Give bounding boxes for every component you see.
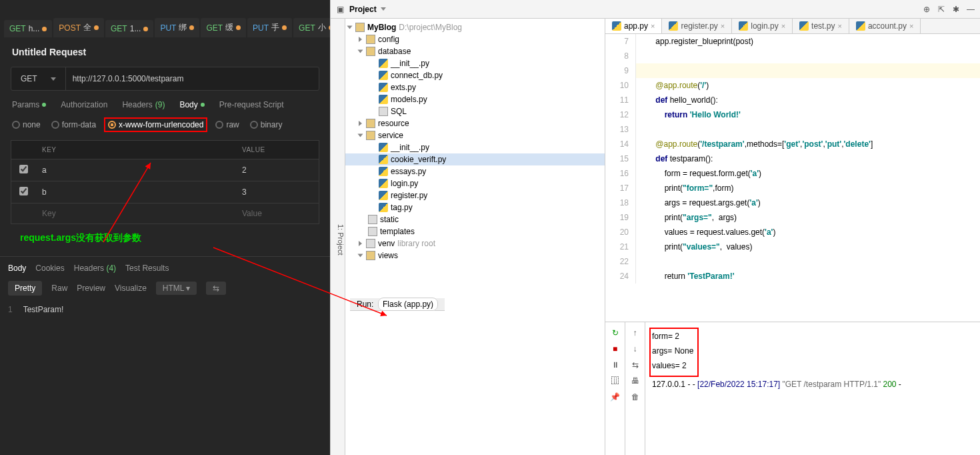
chevron-down-icon[interactable]: [381, 7, 386, 11]
tree-node[interactable]: venv library root: [345, 238, 605, 250]
tree-node[interactable]: exts.py: [345, 81, 605, 93]
kv-row[interactable]: a2: [11, 159, 319, 181]
kv-check[interactable]: [19, 187, 28, 195]
down-icon[interactable]: ↓: [630, 344, 641, 354]
kv-check[interactable]: [19, 165, 28, 173]
tab-headers[interactable]: Headers (9): [122, 100, 165, 109]
body-type-radios: none form-data x-www-form-urlencoded raw…: [0, 116, 330, 140]
kv-row[interactable]: b3: [11, 181, 319, 203]
close-icon[interactable]: ×: [781, 22, 785, 30]
tab-authorization[interactable]: Authorization: [61, 100, 107, 109]
view-pretty[interactable]: Pretty: [8, 281, 42, 296]
collapse-icon[interactable]: ⇱: [936, 4, 947, 15]
view-visualize[interactable]: Visualize: [115, 284, 147, 293]
request-tab[interactable]: GET 小: [293, 18, 330, 37]
view-preview[interactable]: Preview: [77, 284, 105, 293]
gear-icon[interactable]: ✱: [951, 4, 961, 15]
radio-urlencoded[interactable]: x-www-form-urlencoded: [104, 117, 207, 132]
resp-tab-cookies[interactable]: Cookies: [35, 264, 64, 273]
postman-panel: GET h...POST 全GET 1...PUT 绑GET 缓PUT 手GET…: [0, 0, 330, 455]
body-kv-table: KEYVALUE a2b3 KeyValue: [11, 140, 319, 224]
resp-tab-body[interactable]: Body: [8, 264, 26, 273]
editor-tab[interactable]: test.py×: [793, 19, 849, 33]
tree-node[interactable]: database: [345, 45, 605, 57]
tree-node[interactable]: templates: [345, 225, 605, 238]
layout-icon[interactable]: ⿲: [610, 376, 621, 386]
resp-tab-tests[interactable]: Test Results: [125, 264, 169, 273]
request-tab[interactable]: GET h...: [4, 20, 52, 37]
wrap-icon[interactable]: ⇆: [206, 282, 226, 295]
request-tab[interactable]: GET 1...: [105, 20, 153, 37]
trash-icon[interactable]: 🗑: [630, 392, 641, 402]
tree-node[interactable]: resource: [345, 117, 605, 129]
format-dropdown[interactable]: HTML ▾: [156, 282, 197, 295]
radio-raw[interactable]: raw: [215, 120, 239, 129]
request-tab[interactable]: POST 全: [53, 18, 104, 37]
project-tree: MyBlog D:\project\MyBlogconfigdatabase__…: [345, 19, 605, 455]
close-icon[interactable]: ×: [651, 22, 655, 30]
rerun-icon[interactable]: ↻: [610, 328, 621, 338]
pause-icon[interactable]: ⏸: [610, 360, 621, 370]
tree-node[interactable]: tag.py: [345, 201, 605, 213]
kv-val-placeholder[interactable]: Value: [235, 203, 319, 223]
radio-none[interactable]: none: [12, 120, 41, 129]
radio-binary[interactable]: binary: [250, 120, 283, 129]
console-toolbar-right: ↑ ↓ ⇆ 🖶 🗑: [625, 322, 645, 455]
tree-node[interactable]: views: [345, 250, 605, 262]
kv-header-value: VALUE: [235, 141, 319, 159]
tree-node[interactable]: MyBlog D:\project\MyBlog: [345, 21, 605, 33]
close-icon[interactable]: ×: [909, 22, 913, 30]
resp-tab-headers[interactable]: Headers (4): [74, 264, 116, 273]
editor-tabs: app.py×register.py×login.py×test.py×acco…: [605, 19, 980, 34]
request-tab[interactable]: GET 缓: [201, 18, 246, 37]
hide-icon[interactable]: —: [965, 4, 976, 15]
up-icon[interactable]: ↑: [630, 328, 641, 338]
tree-node[interactable]: SQL: [345, 105, 605, 117]
stop-icon[interactable]: ■: [610, 344, 621, 354]
view-raw[interactable]: Raw: [51, 284, 67, 293]
tree-node[interactable]: connect_db.py: [345, 69, 605, 81]
editor-tab[interactable]: account.py×: [849, 19, 921, 33]
project-label: Project: [349, 5, 377, 14]
tab-prerequest[interactable]: Pre-request Script: [219, 100, 284, 109]
locate-icon[interactable]: ⊕: [921, 4, 932, 15]
tree-node[interactable]: static: [345, 213, 605, 225]
tree-node[interactable]: __init__.py: [345, 57, 605, 69]
request-tabbar: GET h...POST 全GET 1...PUT 绑GET 缓PUT 手GET…: [0, 0, 330, 37]
request-tab[interactable]: PUT 绑: [155, 18, 199, 37]
tree-node[interactable]: cookie_verift.py: [345, 153, 605, 165]
tree-node[interactable]: essays.py: [345, 165, 605, 177]
ide-panel: ▣ Project ⊕ ⇱ ✱ — 1: Project MyBlog D:\p…: [330, 0, 980, 455]
editor-tab[interactable]: register.py×: [662, 19, 732, 33]
pin-icon[interactable]: 📌: [610, 392, 621, 402]
response-toolbar: Pretty Raw Preview Visualize HTML ▾ ⇆: [0, 278, 330, 302]
project-side-tab[interactable]: 1: Project: [331, 19, 345, 455]
close-icon[interactable]: ×: [837, 22, 841, 30]
tree-node[interactable]: __init__.py: [345, 141, 605, 153]
chevron-down-icon: [51, 77, 56, 81]
tree-node[interactable]: service: [345, 129, 605, 141]
editor-tab[interactable]: app.py×: [605, 19, 662, 33]
editor-tab[interactable]: login.py×: [732, 19, 793, 33]
run-console: ↻ ■ ⏸ ⿲ 📌 ↑ ↓ ⇆ 🖶 🗑 form= 2 args= No: [605, 322, 980, 455]
response-body: 1TestParam!: [0, 302, 330, 317]
print-icon[interactable]: 🖶: [630, 376, 641, 386]
wrap-icon[interactable]: ⇆: [630, 360, 641, 370]
tree-node[interactable]: config: [345, 33, 605, 45]
request-tab[interactable]: PUT 手: [247, 18, 292, 37]
tab-body[interactable]: Body: [179, 100, 204, 109]
tree-node[interactable]: models.py: [345, 93, 605, 105]
annotation-text: request.args没有获取到参数: [0, 224, 330, 252]
close-icon[interactable]: ×: [721, 22, 725, 30]
request-section-tabs: Params Authorization Headers (9) Body Pr…: [0, 100, 330, 116]
method-dropdown[interactable]: GET: [11, 67, 66, 90]
tree-node[interactable]: register.py: [345, 189, 605, 201]
tab-params[interactable]: Params: [12, 100, 46, 109]
console-toolbar-left: ↻ ■ ⏸ ⿲ 📌: [605, 322, 625, 455]
url-bar: GET: [11, 67, 319, 91]
kv-key-placeholder[interactable]: Key: [35, 203, 235, 223]
url-input[interactable]: [66, 67, 319, 90]
tree-node[interactable]: login.py: [345, 177, 605, 189]
code-editor[interactable]: 7 app.register_blueprint(post)8910 @app.…: [605, 34, 980, 308]
radio-form-data[interactable]: form-data: [51, 120, 96, 129]
